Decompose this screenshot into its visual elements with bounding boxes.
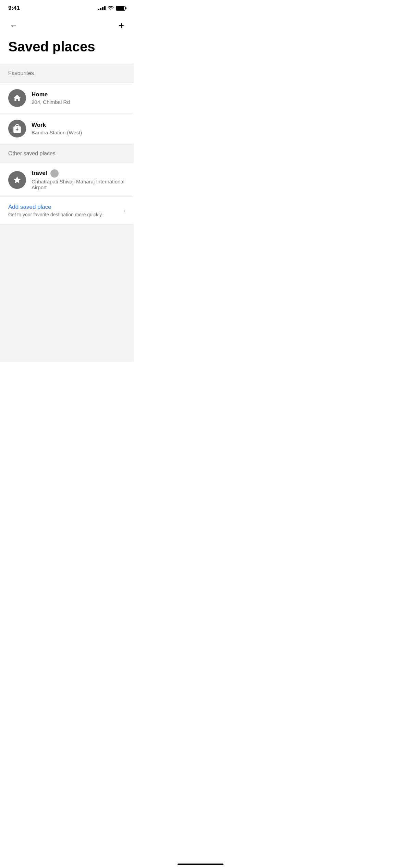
home-item-name: Home (32, 91, 125, 98)
page-title-section: Saved places (0, 36, 134, 64)
favourites-label: Favourites (8, 70, 34, 76)
page-title: Saved places (8, 39, 125, 54)
work-item-content: Work Bandra Station (West) (32, 122, 125, 135)
add-place-item[interactable]: Add saved place Get to your favorite des… (0, 197, 134, 225)
other-label: Other saved places (8, 150, 56, 156)
add-place-subtitle: Get to your favorite destination more qu… (8, 212, 123, 217)
travel-dot-indicator (50, 169, 59, 178)
home-icon (13, 94, 22, 103)
travel-item-address: Chhatrapati Shivaji Maharaj Internationa… (32, 179, 125, 190)
work-icon (13, 124, 22, 133)
work-item[interactable]: Work Bandra Station (West) (0, 113, 134, 144)
travel-item[interactable]: travel Chhatrapati Shivaji Maharaj Inter… (0, 163, 134, 197)
chevron-right-icon: › (123, 207, 125, 214)
work-item-name: Work (32, 122, 125, 129)
work-icon-circle (8, 120, 26, 137)
travel-item-name: travel (32, 170, 47, 177)
favourites-section-header: Favourites (0, 64, 134, 83)
home-item-address: 204, Chimbai Rd (32, 99, 125, 105)
other-section-header: Other saved places (0, 144, 134, 163)
back-button[interactable]: ← (8, 19, 19, 32)
travel-name-row: travel (32, 169, 125, 178)
home-item[interactable]: Home 204, Chimbai Rd (0, 83, 134, 113)
status-bar: 9:41 (0, 0, 134, 14)
star-icon (13, 176, 22, 184)
status-time: 9:41 (8, 5, 20, 12)
status-icons (98, 5, 125, 11)
work-item-address: Bandra Station (West) (32, 130, 125, 135)
bottom-background (0, 225, 134, 362)
home-icon-circle (8, 89, 26, 107)
add-button[interactable]: + (117, 19, 125, 32)
signal-icon (98, 6, 106, 10)
battery-icon (116, 6, 125, 11)
nav-bar: ← + (0, 14, 134, 36)
travel-item-content: travel Chhatrapati Shivaji Maharaj Inter… (32, 169, 125, 190)
home-item-content: Home 204, Chimbai Rd (32, 91, 125, 105)
add-place-title: Add saved place (8, 204, 123, 210)
travel-icon-circle (8, 171, 26, 189)
wifi-icon (108, 5, 114, 11)
add-place-content: Add saved place Get to your favorite des… (8, 204, 123, 217)
